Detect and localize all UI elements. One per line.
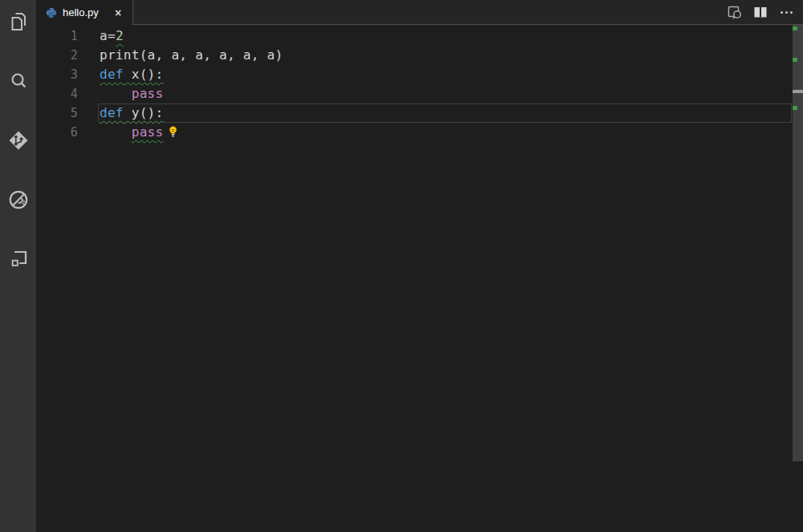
line-number[interactable]: 5 (36, 104, 100, 123)
scrollbar (793, 25, 803, 532)
sidebar-item-debug[interactable] (0, 179, 36, 220)
sidebar-item-explorer[interactable] (0, 1, 36, 42)
code-line-content: pass (100, 123, 179, 142)
vscode-window: hello.py × (0, 0, 803, 532)
more-actions-button[interactable] (776, 2, 797, 22)
warning-mark (793, 58, 797, 62)
line-number[interactable]: 2 (36, 46, 100, 65)
close-icon[interactable]: × (112, 6, 124, 19)
tab-bar: hello.py × (36, 0, 803, 25)
activity-bar (0, 0, 36, 532)
split-editor-button[interactable] (750, 2, 771, 22)
open-preview-icon (727, 4, 743, 20)
code-line[interactable]: 6 pass (36, 123, 803, 142)
code-line-content: pass (100, 84, 163, 104)
extensions-icon (7, 248, 30, 270)
sidebar-item-source-control[interactable] (0, 120, 36, 160)
warning-mark (793, 106, 797, 110)
code-line-content: def x(): (100, 65, 163, 84)
python-icon (46, 7, 57, 18)
code-line[interactable]: 5def y(): (36, 104, 803, 123)
code-line-content: a=2 (100, 26, 124, 46)
code-line[interactable]: 4 pass (36, 84, 803, 104)
tab-bar-empty-area (132, 0, 803, 25)
debug-icon (7, 189, 30, 211)
line-number[interactable]: 3 (36, 65, 100, 84)
cursor-mark (793, 90, 803, 93)
explorer-icon (7, 10, 30, 33)
line-number[interactable]: 6 (36, 123, 100, 142)
code-line-content: def y(): (100, 104, 163, 123)
lightbulb-icon[interactable] (167, 124, 179, 144)
line-number[interactable]: 4 (36, 84, 100, 104)
sidebar-item-extensions[interactable] (0, 238, 36, 279)
tab-title: hello.py (63, 6, 112, 18)
sidebar-item-search[interactable] (0, 60, 36, 101)
open-preview-button[interactable] (724, 2, 745, 22)
search-icon (7, 70, 30, 92)
code-line[interactable]: 3def x(): (36, 65, 803, 84)
code-lines: 1a=22print(a, a, a, a, a, a)3def x():4 p… (36, 25, 803, 142)
line-number[interactable]: 1 (36, 26, 100, 46)
warning-mark (793, 26, 797, 30)
editor-group: hello.py × (36, 0, 803, 532)
tab-hello-py[interactable]: hello.py × (36, 0, 132, 25)
split-editor-icon (753, 5, 768, 19)
editor[interactable]: 1a=22print(a, a, a, a, a, a)3def x():4 p… (36, 25, 803, 532)
code-line-content: print(a, a, a, a, a, a) (100, 46, 283, 65)
more-actions-icon (781, 11, 793, 14)
code-line[interactable]: 2print(a, a, a, a, a, a) (36, 46, 803, 65)
source-control-icon (7, 129, 30, 152)
code-line[interactable]: 1a=2 (36, 26, 803, 46)
